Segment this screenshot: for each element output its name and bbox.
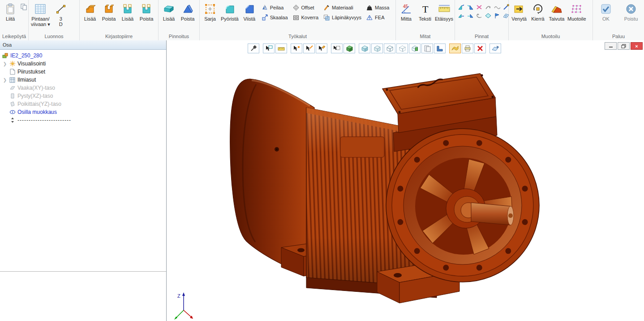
pin-icon[interactable] (248, 43, 259, 53)
face-offset-icon[interactable] (466, 12, 474, 20)
coordinate-axes: Z (170, 291, 202, 321)
ribbon: Liitä Leikepöytä Pintaan/viivaan ▾ 3D (0, 0, 644, 41)
drawing-sheet-icon (9, 69, 16, 75)
ribbon-group-shaping: Venytä Kierrä Taivuta Muotoile (509, 0, 593, 40)
face-curve-icon[interactable] (493, 3, 501, 11)
paste-button[interactable]: Liitä (1, 1, 20, 22)
sheet-list-icon[interactable] (421, 43, 433, 53)
disc-icon (9, 109, 16, 115)
pick-box-icon[interactable] (331, 43, 343, 53)
hidden-line-view-icon[interactable] (371, 43, 383, 53)
plane-icon (9, 93, 16, 99)
bend-icon (551, 2, 562, 16)
ribbon-group-sketch: Pintaan/viivaan ▾ 3D Luonnos (29, 0, 80, 40)
tree-item-plane-xy[interactable]: Vaaka(XY)-taso (0, 84, 166, 92)
text-button[interactable]: T Teksti (416, 1, 434, 22)
motor-3d-model[interactable] (167, 40, 644, 321)
print-icon[interactable] (462, 43, 473, 53)
sketch-3d-button[interactable]: 3D (52, 1, 70, 27)
tree-item-root[interactable]: IE2_250_280 (0, 52, 166, 60)
exit-button[interactable]: Poistu (622, 1, 640, 22)
component-remove-icon (141, 2, 152, 16)
copy-button[interactable] (20, 2, 27, 12)
maximize-button[interactable] (618, 42, 630, 50)
viewport[interactable]: × Z (167, 40, 644, 321)
engrave-button[interactable]: Koverra (291, 13, 320, 22)
shaded-view-icon[interactable] (343, 43, 355, 53)
tree-item-drawings[interactable]: Piirustukset (0, 68, 166, 76)
close-button[interactable]: × (631, 42, 643, 50)
measure-distance-icon[interactable] (275, 43, 287, 53)
swap-plane-icon[interactable] (489, 43, 501, 53)
transparency-button[interactable]: Läpinäkyvyys (322, 13, 363, 22)
library-add-button[interactable]: Lisää (81, 1, 99, 22)
ruler-icon (438, 2, 451, 16)
face-trim-icon[interactable] (475, 3, 483, 11)
bend-button[interactable]: Taivuta (547, 1, 566, 22)
tree-item-plane-yz[interactable]: Poikittais(YZ)-taso (0, 100, 166, 108)
snap-edge-icon[interactable] (303, 43, 315, 53)
ribbon-group-return: OK Poistu Paluu (593, 0, 644, 40)
material-icon (323, 4, 330, 11)
series-button[interactable]: Sarja (201, 1, 219, 22)
library-remove-button[interactable]: Poista (99, 1, 118, 22)
face-patch-icon[interactable] (484, 12, 492, 20)
tree-item-edit-with-parts[interactable]: Osilla muokkaus (0, 108, 166, 116)
mirror-button[interactable]: Peilaa (260, 3, 289, 13)
ok-button[interactable]: OK (597, 1, 615, 22)
face-split-icon[interactable] (457, 3, 465, 11)
coating-remove-button[interactable]: Poista (178, 1, 197, 22)
coating-add-button[interactable]: Lisää (159, 1, 178, 22)
fea-icon (366, 14, 373, 21)
tree-item-plane-xz[interactable]: Pysty(XZ)-taso (0, 92, 166, 100)
stretch-button[interactable]: Venytä (510, 1, 528, 22)
face-flag-icon[interactable] (493, 12, 501, 20)
face-extend-icon[interactable] (457, 12, 465, 20)
sketch-on-face-button[interactable]: Pintaan/viivaan ▾ (30, 1, 52, 27)
axis-z-label: Z (177, 293, 180, 299)
layer-corner-icon[interactable] (434, 43, 446, 53)
delete-icon[interactable] (474, 43, 486, 53)
fillet-button[interactable]: Pyöristä (219, 1, 240, 22)
expand-chevron-icon[interactable]: ❯ (3, 78, 7, 82)
coating-remove-icon (182, 2, 193, 16)
updown-arrow-icon (9, 117, 16, 123)
dashed-wireframe-view-icon[interactable] (396, 43, 408, 53)
select-object-icon[interactable] (263, 43, 275, 53)
wireframe-view-icon[interactable] (384, 43, 395, 53)
component-add-button[interactable]: Lisää (118, 1, 137, 22)
snap-point-icon[interactable] (291, 43, 302, 53)
ribbon-group-surfaces: Pinnat (455, 0, 509, 40)
face-merge-icon[interactable] (466, 3, 474, 11)
tree-item-visualization[interactable]: ❯ Visualisointi (0, 60, 166, 68)
coating-add-icon (163, 2, 174, 16)
face-undo-icon[interactable] (484, 3, 492, 11)
fea-button[interactable]: FEA (365, 13, 391, 22)
library-add-icon (85, 2, 95, 16)
plane-icon (9, 101, 16, 107)
snap-face-icon[interactable] (316, 43, 327, 53)
measure-button[interactable]: 45 Mitta (397, 1, 416, 22)
material-button[interactable]: Materiaali (322, 3, 363, 13)
distance-button[interactable]: Etäisyys (434, 1, 454, 22)
chamfer-button[interactable]: Viistä (240, 1, 259, 22)
twist-button[interactable]: Kierrä (528, 1, 547, 22)
ribbon-group-clipboard: Liitä Leikepöytä (0, 0, 29, 40)
series-icon (204, 2, 216, 16)
tree-item-appearances[interactable]: ❯ Ilmiasut (0, 76, 166, 84)
expand-chevron-icon[interactable]: ❯ (3, 61, 7, 66)
mass-button[interactable]: Massa (365, 3, 391, 13)
group-label-clipboard: Leikepöytä (0, 34, 28, 39)
minimize-button[interactable] (605, 42, 617, 50)
offset-button[interactable]: Offset (291, 3, 320, 13)
shaded-edges-view-icon[interactable] (359, 43, 370, 53)
part-tree: IE2_250_280 ❯ Visualisointi Piirustukset… (0, 50, 166, 272)
tree-item-separator[interactable]: ------------------------ (0, 116, 166, 124)
mirror-icon (261, 4, 268, 11)
component-remove-button[interactable]: Poista (137, 1, 156, 22)
surface-mode-icon[interactable] (449, 43, 461, 53)
scale-button[interactable]: Skaalaa (260, 13, 289, 22)
shape-button[interactable]: Muotoile (566, 1, 588, 22)
face-rotate-icon[interactable] (475, 12, 483, 20)
section-view-icon[interactable] (409, 43, 421, 53)
